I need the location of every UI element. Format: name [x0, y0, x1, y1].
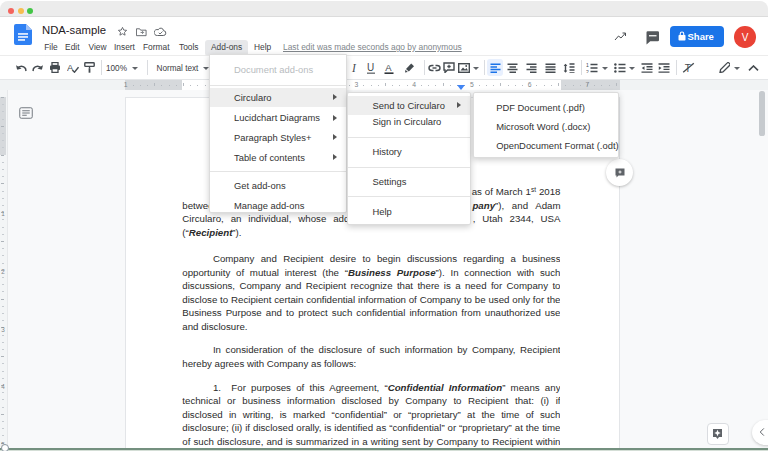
- svg-text:1: 1: [586, 63, 589, 68]
- svg-text:U: U: [367, 62, 374, 73]
- svg-text:I: I: [351, 62, 357, 74]
- svg-text:2: 2: [586, 68, 589, 73]
- svg-text:A: A: [385, 62, 392, 73]
